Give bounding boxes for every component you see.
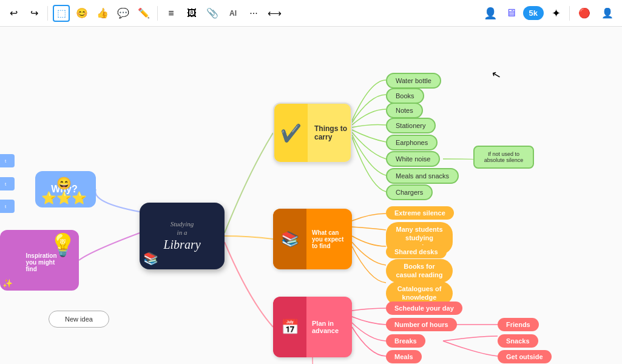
green-meals-snacks[interactable]: Meals and snacks bbox=[386, 168, 459, 184]
toolbar-right: 👤 🖥 5k ✦ 🔴 👤 bbox=[482, 4, 617, 23]
avatar-2: 👤 bbox=[598, 4, 617, 23]
plan-label: Plan in advance bbox=[308, 317, 352, 337]
pink-get-outside[interactable]: Get outside bbox=[498, 350, 552, 363]
library-label: Studying in a Library bbox=[163, 220, 200, 253]
pink-friends[interactable]: Friends bbox=[498, 318, 539, 331]
why-node[interactable]: Why? 😄⭐⭐⭐ bbox=[35, 171, 96, 207]
green-white-noise[interactable]: White noise bbox=[386, 151, 440, 167]
new-idea-label: New idea bbox=[65, 315, 93, 323]
avatar-1: 🔴 bbox=[575, 4, 594, 23]
pink-breaks[interactable]: Breaks bbox=[386, 334, 425, 348]
green-stationery[interactable]: Stationery bbox=[386, 118, 436, 133]
connect-button[interactable]: ⟷ bbox=[266, 5, 283, 22]
present-button[interactable]: 🖥 bbox=[502, 5, 519, 22]
select-button[interactable]: ⬚ bbox=[53, 5, 70, 22]
green-earphones[interactable]: Earphones bbox=[386, 135, 438, 150]
redo-button[interactable]: ↪ bbox=[25, 5, 42, 22]
separator-3 bbox=[569, 6, 570, 21]
image-button[interactable]: 🖼 bbox=[183, 5, 200, 22]
separator-1 bbox=[47, 6, 48, 21]
green-notes[interactable]: Notes bbox=[386, 103, 423, 118]
what-expect-node[interactable]: 📚 What can you expect to find bbox=[273, 209, 352, 269]
pink-snacks[interactable]: Snacks bbox=[498, 334, 538, 348]
pink-hours[interactable]: Number of hours bbox=[386, 318, 457, 331]
score-badge: 5k bbox=[523, 6, 544, 20]
like-button[interactable]: 👍 bbox=[94, 5, 111, 22]
library-node[interactable]: Studying in a Library 📚 bbox=[140, 203, 225, 269]
what-label: What can you expect to find bbox=[308, 227, 352, 252]
toolbar: ↩ ↪ ⬚ 😊 👍 💬 ✏️ ≡ 🖼 📎 AI ··· ⟷ 👤 🖥 5k ✦ 🔴… bbox=[0, 0, 622, 27]
more-button[interactable]: ··· bbox=[245, 5, 262, 22]
draw-button[interactable]: ✏️ bbox=[135, 5, 152, 22]
ai-button[interactable]: AI bbox=[225, 5, 242, 22]
add-user-button[interactable]: 👤 bbox=[482, 5, 499, 22]
separator-2 bbox=[157, 6, 158, 21]
pink-schedule[interactable]: Schedule your day bbox=[386, 302, 462, 315]
share-button[interactable]: ✦ bbox=[547, 5, 564, 22]
list-button[interactable]: ≡ bbox=[163, 5, 180, 22]
pink-meals[interactable]: Meals bbox=[386, 350, 422, 363]
left-node-3[interactable]: t bbox=[0, 200, 15, 213]
orange-shared-desks[interactable]: Shared desks bbox=[386, 245, 447, 258]
canvas[interactable]: Studying in a Library 📚 ✔️ Things to car… bbox=[0, 27, 622, 364]
green-water-bottle[interactable]: Water bottle bbox=[386, 73, 441, 89]
things-label: Things to carry bbox=[311, 124, 351, 141]
cursor-arrow: ↖ bbox=[490, 67, 502, 82]
note-absolute-silence[interactable]: If not used to absolute silence bbox=[473, 146, 534, 169]
orange-extreme-silence[interactable]: Extreme silence bbox=[386, 206, 454, 220]
left-node-2[interactable]: t bbox=[0, 177, 15, 190]
comment-button[interactable]: 💬 bbox=[115, 5, 132, 22]
emoji-button[interactable]: 😊 bbox=[73, 5, 90, 22]
attach-button[interactable]: 📎 bbox=[204, 5, 221, 22]
things-to-carry-node[interactable]: ✔️ Things to carry bbox=[273, 103, 352, 163]
undo-button[interactable]: ↩ bbox=[5, 5, 22, 22]
green-chargers[interactable]: Chargers bbox=[386, 184, 433, 200]
orange-casual-reading[interactable]: Books for casual reading bbox=[386, 259, 453, 283]
green-books[interactable]: Books bbox=[386, 88, 424, 104]
plan-advance-node[interactable]: 📅 Plan in advance bbox=[273, 297, 352, 357]
left-node-1[interactable]: t bbox=[0, 154, 15, 167]
inspiration-node[interactable]: 💡 Inspirationyou mightfind ✨ bbox=[0, 230, 79, 291]
new-idea-node[interactable]: New idea bbox=[49, 311, 109, 328]
